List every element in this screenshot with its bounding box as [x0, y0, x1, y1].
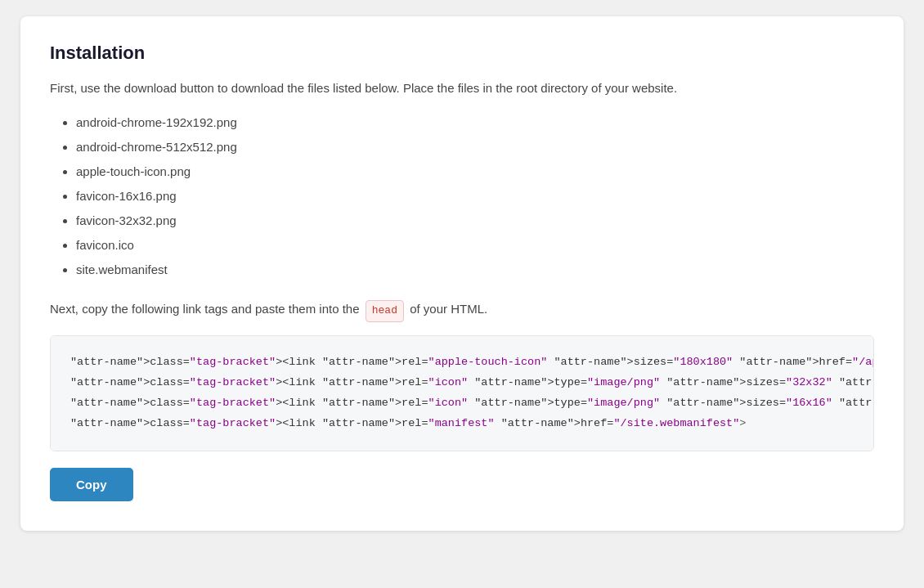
list-item: favicon.ico [76, 236, 874, 255]
head-badge: head [366, 300, 404, 322]
code-line: "attr-name">class="tag-bracket"><link "a… [70, 373, 854, 393]
list-item: site.webmanifest [76, 260, 874, 280]
instruction-text: Next, copy the following link tags and p… [50, 299, 874, 322]
list-item: apple-touch-icon.png [76, 162, 874, 182]
intro-text: First, use the download button to downlo… [50, 79, 874, 98]
copy-button[interactable]: Copy [50, 468, 133, 501]
list-item: favicon-32x32.png [76, 211, 874, 231]
list-item: android-chrome-512x512.png [76, 137, 874, 157]
file-list: android-chrome-192x192.pngandroid-chrome… [50, 113, 874, 280]
instruction-after: of your HTML. [410, 302, 487, 316]
code-block: "attr-name">class="tag-bracket"><link "a… [50, 335, 874, 451]
instruction-before: Next, copy the following link tags and p… [50, 302, 360, 316]
list-item: favicon-16x16.png [76, 186, 874, 206]
section-title: Installation [50, 43, 874, 64]
code-line: "attr-name">class="tag-bracket"><link "a… [70, 414, 854, 434]
installation-card: Installation First, use the download but… [20, 16, 904, 531]
code-line: "attr-name">class="tag-bracket"><link "a… [70, 352, 854, 373]
code-line: "attr-name">class="tag-bracket"><link "a… [70, 393, 854, 414]
list-item: android-chrome-192x192.png [76, 113, 874, 132]
